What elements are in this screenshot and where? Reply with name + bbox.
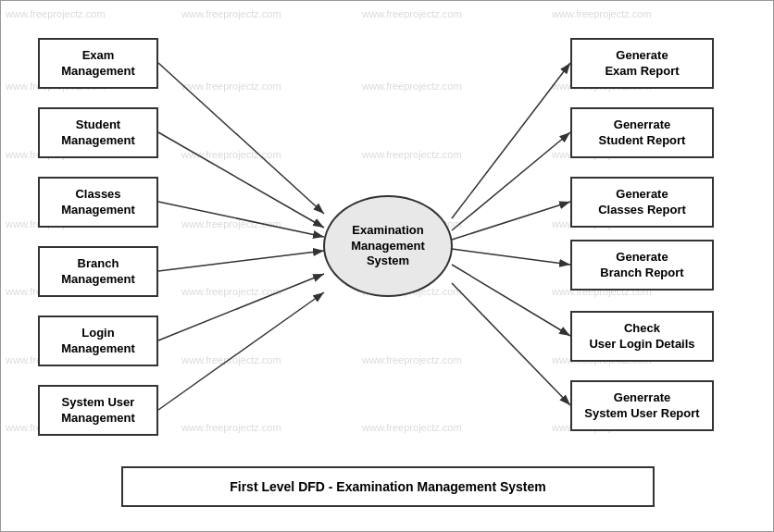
sysuser-management-box: System UserManagement bbox=[38, 385, 158, 436]
watermark: www.freeprojectz.com bbox=[362, 354, 462, 365]
student-management-box: StudentManagement bbox=[38, 107, 158, 158]
watermark: www.freeprojectz.com bbox=[181, 422, 281, 433]
svg-line-6 bbox=[158, 292, 324, 410]
diagram-caption: First Level DFD - Examination Management… bbox=[121, 466, 655, 507]
watermark: www.freeprojectz.com bbox=[6, 8, 106, 19]
watermark: www.freeprojectz.com bbox=[362, 422, 462, 433]
gen-exam-report-box: GenerateExam Report bbox=[570, 38, 714, 89]
diagram-container: www.freeprojectz.com www.freeprojectz.co… bbox=[0, 0, 774, 532]
watermark: www.freeprojectz.com bbox=[552, 8, 652, 19]
watermark: www.freeprojectz.com bbox=[181, 286, 281, 297]
branch-management-box: BranchManagement bbox=[38, 246, 158, 297]
svg-line-1 bbox=[158, 63, 324, 214]
watermark: www.freeprojectz.com bbox=[181, 80, 281, 92]
watermark: www.freeprojectz.com bbox=[181, 218, 281, 229]
svg-line-2 bbox=[158, 132, 324, 228]
exam-management-box: ExamManagement bbox=[38, 38, 158, 89]
svg-line-10 bbox=[452, 249, 570, 265]
svg-line-8 bbox=[452, 132, 570, 230]
watermark: www.freeprojectz.com bbox=[362, 149, 462, 160]
gen-sysuser-report-box: GenerrateSystem User Report bbox=[570, 380, 714, 431]
watermark: www.freeprojectz.com bbox=[181, 8, 281, 19]
svg-line-9 bbox=[452, 202, 570, 240]
gen-classes-report-box: GenerateClasses Report bbox=[570, 177, 714, 228]
gen-branch-report-box: GenerateBranch Report bbox=[570, 240, 714, 291]
watermark: www.freeprojectz.com bbox=[181, 354, 281, 365]
check-login-box: CheckUser Login Details bbox=[570, 311, 714, 362]
login-management-box: LoginManagement bbox=[38, 315, 158, 366]
watermark: www.freeprojectz.com bbox=[362, 8, 462, 19]
center-process: ExaminationManagementSystem bbox=[323, 195, 453, 297]
svg-line-3 bbox=[158, 202, 324, 237]
svg-line-4 bbox=[158, 251, 324, 271]
classes-management-box: ClassesManagement bbox=[38, 177, 158, 228]
svg-line-5 bbox=[158, 274, 324, 340]
svg-line-11 bbox=[452, 265, 570, 336]
svg-line-12 bbox=[452, 283, 570, 405]
svg-line-7 bbox=[452, 63, 570, 218]
watermark: www.freeprojectz.com bbox=[181, 149, 281, 160]
watermark: www.freeprojectz.com bbox=[362, 80, 462, 92]
gen-student-report-box: GenerrateStudent Report bbox=[570, 107, 714, 158]
